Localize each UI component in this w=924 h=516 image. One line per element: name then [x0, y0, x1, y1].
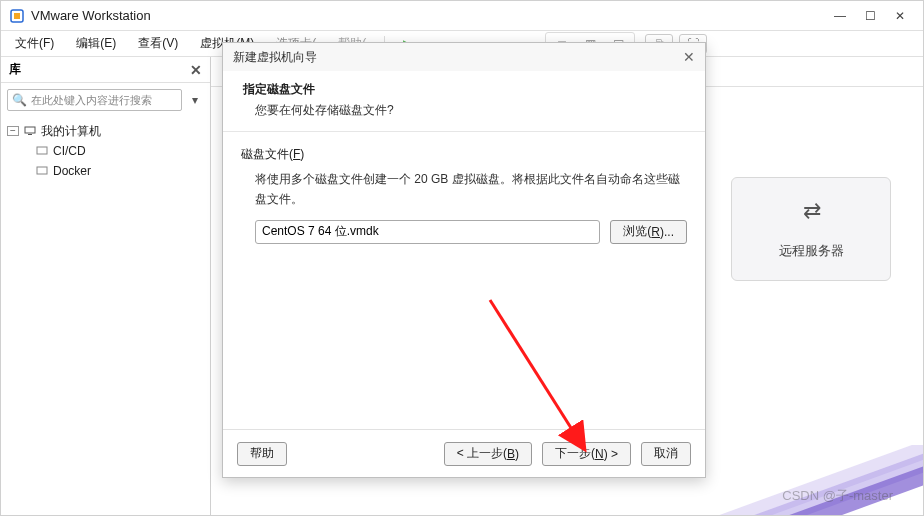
collapse-icon[interactable]: −: [7, 126, 19, 136]
back-pre: < 上一步(: [457, 445, 507, 462]
tree-item-cicd[interactable]: CI/CD: [7, 141, 204, 161]
browse-hotkey: R: [651, 225, 660, 239]
search-dropdown-icon[interactable]: ▾: [186, 93, 204, 107]
app-title: VMware Workstation: [31, 8, 825, 23]
browse-button[interactable]: 浏览(R)...: [610, 220, 687, 244]
dialog-close-icon[interactable]: ✕: [683, 49, 695, 65]
minimize-button[interactable]: —: [825, 6, 855, 26]
transfer-icon: ⇄: [742, 198, 880, 224]
disk-file-label: 磁盘文件(F): [241, 146, 687, 163]
close-window-button[interactable]: ✕: [885, 6, 915, 26]
menu-file[interactable]: 文件(F): [5, 32, 64, 55]
search-icon: 🔍: [12, 93, 27, 107]
back-post: ): [515, 447, 519, 461]
disk-file-input[interactable]: [255, 220, 600, 244]
search-input[interactable]: 🔍 在此处键入内容进行搜索: [7, 89, 182, 111]
maximize-button[interactable]: ☐: [855, 6, 885, 26]
dialog-body: 磁盘文件(F) 将使用多个磁盘文件创建一个 20 GB 虚拟磁盘。将根据此文件名…: [223, 132, 705, 429]
svg-rect-1: [14, 13, 20, 19]
dialog-footer: 帮助 < 上一步(B) 下一步(N) > 取消: [223, 429, 705, 477]
dialog-title: 新建虚拟机向导: [233, 49, 683, 66]
browse-post: )...: [660, 225, 674, 239]
sidebar: 库 ✕ 🔍 在此处键入内容进行搜索 ▾ − 我的计算机: [1, 57, 211, 515]
dialog-heading: 指定磁盘文件: [243, 81, 685, 98]
back-button[interactable]: < 上一步(B): [444, 442, 532, 466]
svg-rect-3: [28, 134, 32, 135]
label-pre: 磁盘文件(: [241, 147, 293, 161]
svg-rect-5: [37, 167, 47, 174]
remote-server-label: 远程服务器: [742, 242, 880, 260]
app-icon: [9, 8, 25, 24]
tree-item-label: Docker: [53, 164, 91, 178]
dialog-title-bar: 新建虚拟机向导 ✕: [223, 43, 705, 71]
vm-icon: [35, 165, 49, 177]
remote-server-card[interactable]: ⇄ 远程服务器: [731, 177, 891, 281]
next-hotkey: N: [595, 447, 604, 461]
tree-root-label: 我的计算机: [41, 123, 101, 140]
new-vm-wizard-dialog: 新建虚拟机向导 ✕ 指定磁盘文件 您要在何处存储磁盘文件? 磁盘文件(F) 将使…: [222, 42, 706, 478]
cancel-button[interactable]: 取消: [641, 442, 691, 466]
library-tree: − 我的计算机 CI/CD Docker: [1, 117, 210, 185]
label-post: ): [300, 147, 304, 161]
vm-icon: [35, 145, 49, 157]
dialog-header: 指定磁盘文件 您要在何处存储磁盘文件?: [223, 71, 705, 132]
menu-view[interactable]: 查看(V): [128, 32, 188, 55]
menu-edit[interactable]: 编辑(E): [66, 32, 126, 55]
sidebar-header: 库 ✕: [1, 57, 210, 83]
watermark: CSDN @子-master: [782, 487, 893, 505]
next-button[interactable]: 下一步(N) >: [542, 442, 631, 466]
sidebar-search: 🔍 在此处键入内容进行搜索 ▾: [1, 83, 210, 117]
tree-item-label: CI/CD: [53, 144, 86, 158]
computer-icon: [23, 125, 37, 137]
title-bar: VMware Workstation — ☐ ✕: [1, 1, 923, 31]
next-pre: 下一步(: [555, 445, 595, 462]
file-input-row: 浏览(R)...: [241, 220, 687, 244]
back-hotkey: B: [507, 447, 515, 461]
tree-item-docker[interactable]: Docker: [7, 161, 204, 181]
svg-rect-2: [25, 127, 35, 133]
disk-file-description: 将使用多个磁盘文件创建一个 20 GB 虚拟磁盘。将根据此文件名自动命名这些磁盘…: [241, 169, 687, 210]
next-post: ) >: [604, 447, 618, 461]
browse-pre: 浏览(: [623, 223, 651, 240]
help-button[interactable]: 帮助: [237, 442, 287, 466]
sidebar-close-icon[interactable]: ✕: [190, 62, 202, 78]
search-placeholder: 在此处键入内容进行搜索: [31, 93, 152, 108]
dialog-subheading: 您要在何处存储磁盘文件?: [243, 102, 685, 119]
tree-root[interactable]: − 我的计算机: [7, 121, 204, 141]
sidebar-title: 库: [9, 61, 21, 78]
svg-rect-4: [37, 147, 47, 154]
